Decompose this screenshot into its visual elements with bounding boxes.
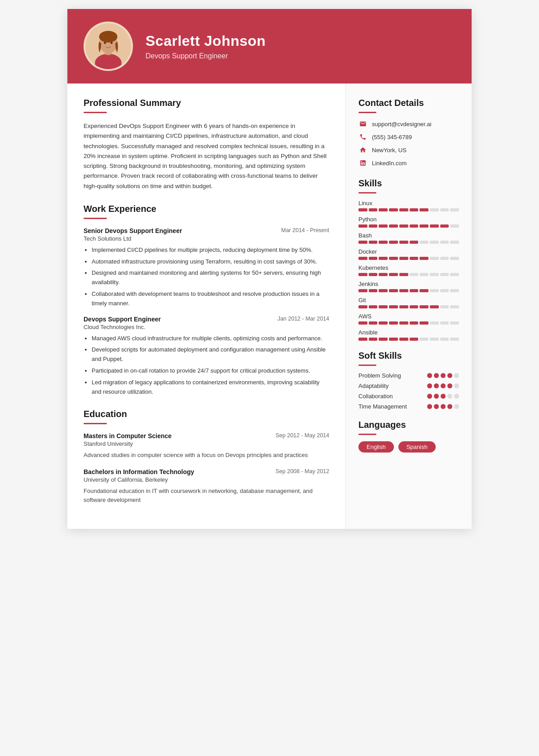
- skill-seg-filled: [369, 241, 378, 244]
- skill-seg-filled: [379, 305, 388, 308]
- dot-filled: [447, 383, 452, 388]
- skill-seg-filled: [399, 305, 408, 308]
- skill-seg-filled: [379, 257, 388, 260]
- dot-filled: [434, 394, 439, 399]
- svg-point-5: [104, 42, 106, 44]
- dot-filled: [441, 394, 446, 399]
- skill-seg-empty: [450, 305, 459, 308]
- dot-filled: [441, 383, 446, 388]
- skill-seg-filled: [358, 338, 367, 341]
- soft-skill-item: Collaboration: [358, 393, 459, 400]
- skill-bar: [358, 305, 459, 308]
- skill-bar: [358, 208, 459, 211]
- dot-filled: [427, 394, 432, 399]
- edu-entry: Masters in Computer ScienceSep 2012 - Ma…: [84, 432, 329, 460]
- skills-title: Skills: [358, 178, 459, 189]
- soft-skills-section: Soft Skills Problem SolvingAdaptabilityC…: [358, 351, 459, 410]
- skill-seg-filled: [410, 208, 419, 211]
- job-bullets: Implemented CI/CD pipelines for multiple…: [92, 246, 329, 308]
- edu-underline: [84, 423, 107, 424]
- skill-seg-filled: [358, 208, 367, 211]
- skill-seg-filled: [399, 257, 408, 260]
- soft-skill-name: Problem Solving: [358, 372, 424, 379]
- skill-seg-filled: [369, 289, 378, 292]
- right-column: Contact Details support@cvdesigner.ai(55…: [346, 84, 472, 529]
- skill-seg-empty: [430, 257, 439, 260]
- skill-bar: [358, 273, 459, 276]
- soft-skill-dots: [427, 404, 459, 409]
- skill-seg-filled: [399, 241, 408, 244]
- list-item: Collaborated with development teams to t…: [92, 290, 329, 308]
- skill-seg-filled: [420, 305, 429, 308]
- skill-seg-empty: [450, 241, 459, 244]
- home-icon: [358, 145, 367, 154]
- contact-text: LinkedIn.com: [372, 160, 406, 167]
- skill-seg-empty: [440, 273, 449, 276]
- svg-point-4: [99, 31, 118, 43]
- skill-seg-filled: [389, 321, 398, 325]
- languages-underline: [358, 434, 376, 435]
- skill-seg-empty: [430, 338, 439, 341]
- skill-seg-filled: [389, 257, 398, 260]
- summary-title: Professional Summary: [84, 98, 329, 108]
- contact-title: Contact Details: [358, 98, 459, 108]
- dot-filled: [441, 404, 446, 409]
- skill-seg-empty: [440, 241, 449, 244]
- dot-filled: [434, 404, 439, 409]
- skill-seg-filled: [358, 273, 367, 276]
- skill-bar: [358, 257, 459, 260]
- skill-seg-empty: [430, 321, 439, 325]
- skill-seg-empty: [410, 273, 419, 276]
- candidate-name: Scarlett Johnson: [146, 33, 266, 49]
- soft-skill-item: Adaptability: [358, 382, 459, 389]
- skill-seg-filled: [399, 338, 408, 341]
- dot-filled: [427, 404, 432, 409]
- contact-item: NewYork, US: [358, 145, 459, 154]
- edu-title: Education: [84, 409, 329, 419]
- job-dates: Jan 2012 - Mar 2014: [278, 316, 329, 322]
- header: Scarlett Johnson Devops Support Engineer: [67, 9, 472, 84]
- skill-seg-filled: [369, 321, 378, 325]
- dot-filled: [434, 383, 439, 388]
- skill-seg-filled: [420, 208, 429, 211]
- list-item: Automated infrastructure provisioning us…: [92, 257, 329, 267]
- skill-name: AWS: [358, 313, 459, 320]
- work-underline: [84, 218, 107, 219]
- body: Professional Summary Experienced DevOps …: [67, 84, 472, 529]
- skill-seg-filled: [379, 338, 388, 341]
- job-company: Cloud Technologies Inc.: [84, 324, 329, 330]
- skill-item: Bash: [358, 232, 459, 244]
- skill-seg-filled: [430, 305, 439, 308]
- languages-section: Languages EnglishSpanish: [358, 420, 459, 453]
- education-section: Education Masters in Computer ScienceSep…: [84, 409, 329, 504]
- edu-school: Stanford University: [84, 440, 329, 447]
- skill-seg-empty: [420, 241, 429, 244]
- svg-point-6: [110, 42, 113, 44]
- skill-seg-filled: [410, 224, 419, 228]
- edu-degree: Masters in Computer Science: [84, 432, 172, 440]
- skill-seg-filled: [399, 224, 408, 228]
- skill-seg-filled: [369, 224, 378, 228]
- linkedin-icon: [358, 158, 367, 167]
- summary-section: Professional Summary Experienced DevOps …: [84, 98, 329, 191]
- skill-seg-filled: [389, 224, 398, 228]
- skill-seg-empty: [440, 305, 449, 308]
- soft-skill-name: Adaptability: [358, 382, 424, 389]
- skill-name: Bash: [358, 232, 459, 239]
- soft-skill-item: Problem Solving: [358, 372, 459, 379]
- skill-seg-empty: [420, 338, 429, 341]
- skill-seg-empty: [430, 289, 439, 292]
- list-item: Implemented CI/CD pipelines for multiple…: [92, 246, 329, 255]
- skill-seg-filled: [379, 273, 388, 276]
- soft-skill-name: Time Management: [358, 403, 424, 410]
- skill-seg-filled: [379, 321, 388, 325]
- skill-seg-filled: [379, 208, 388, 211]
- dot-empty: [454, 394, 459, 399]
- skill-seg-filled: [410, 338, 419, 341]
- contact-text: NewYork, US: [372, 147, 406, 154]
- skill-bar: [358, 338, 459, 341]
- contact-container: support@cvdesigner.ai(555) 345-6789NewYo…: [358, 119, 459, 167]
- edu-container: Masters in Computer ScienceSep 2012 - Ma…: [84, 432, 329, 504]
- skills-container: LinuxPythonBashDockerKubernetesJenkinsGi…: [358, 200, 459, 341]
- skill-bar: [358, 289, 459, 292]
